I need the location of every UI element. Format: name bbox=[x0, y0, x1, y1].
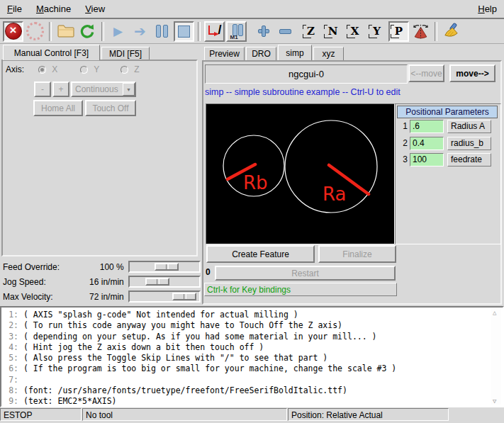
toggle-skip-lines-button[interactable]: / bbox=[204, 21, 225, 42]
axis-radio-x[interactable]: X bbox=[38, 64, 57, 74]
pause-button[interactable] bbox=[152, 21, 172, 42]
folder-icon bbox=[57, 24, 74, 38]
radio-y-icon bbox=[80, 66, 88, 74]
view-y-button[interactable]: Y bbox=[366, 21, 387, 42]
touch-off-button[interactable]: Touch Off bbox=[85, 100, 136, 116]
jog-plus-button[interactable]: + bbox=[52, 81, 69, 97]
run-button[interactable]: ▶ bbox=[108, 21, 128, 42]
menu-help[interactable]: Help bbox=[471, 0, 504, 18]
feed-override-row: Feed Override: 100 % bbox=[0, 259, 201, 274]
step-button[interactable]: ➔ bbox=[130, 21, 150, 42]
gcode-scrollbar[interactable]: △ ▽ bbox=[491, 309, 501, 405]
gcode-line[interactable]: 1:( AXIS "splash g-code" Not intended fo… bbox=[1, 310, 503, 320]
param-name-radius-a: Radius A bbox=[447, 120, 491, 133]
param-name-feedrate: feedrate bbox=[447, 153, 491, 167]
optional-stop-button[interactable]: M1 bbox=[226, 21, 247, 42]
combo-arrow-icon: ▼ bbox=[123, 83, 135, 96]
tab-manual-control[interactable]: Manual Control [F3] bbox=[3, 45, 100, 60]
axis-label: Axis: bbox=[6, 64, 24, 74]
view-x-icon: X bbox=[351, 25, 359, 38]
move-left-button[interactable]: <--move bbox=[408, 64, 444, 82]
tab-simp[interactable]: simp bbox=[278, 45, 312, 60]
gcode-line[interactable]: 9:(text: EMC2*5*AXIS) bbox=[1, 396, 503, 407]
view-z2-button[interactable]: N bbox=[323, 21, 343, 42]
view-z-button[interactable]: Z bbox=[301, 21, 321, 42]
main-area: Manual Control [F3] MDI [F5] Axis: X Y Z… bbox=[0, 44, 504, 306]
radio-x-icon bbox=[38, 66, 46, 74]
menu-file[interactable]: File bbox=[0, 0, 29, 18]
radius-b-label: Rb bbox=[243, 172, 268, 193]
gcode-line[interactable]: 3:( depending on your setup. As if you h… bbox=[1, 332, 503, 342]
skip-lines-icon: / bbox=[207, 23, 223, 39]
menubar: File Machine View Help bbox=[0, 0, 504, 19]
gcode-line[interactable]: 2:( To run this code anyway you might ha… bbox=[1, 320, 503, 331]
param-entry-radius-a[interactable]: .6 bbox=[410, 120, 444, 133]
slider-handle[interactable] bbox=[145, 278, 169, 286]
manual-control-panel: Manual Control [F3] MDI [F5] Axis: X Y Z… bbox=[0, 44, 201, 306]
rotate-icon bbox=[412, 23, 430, 40]
axis-radio-z[interactable]: Z bbox=[121, 64, 140, 74]
param-entry-feedrate[interactable]: 100 bbox=[410, 153, 444, 167]
stop-button[interactable] bbox=[174, 21, 194, 42]
gcode-listing[interactable]: 1:( AXIS "splash g-code" Not intended fo… bbox=[0, 306, 504, 407]
view-p-button[interactable]: P bbox=[388, 21, 409, 42]
subroutine-preview-canvas[interactable]: Rb Ra bbox=[206, 103, 395, 244]
scroll-down-icon[interactable]: ▽ bbox=[493, 397, 496, 405]
key-bindings-hint: Ctrl-k for Key bindings bbox=[204, 283, 397, 296]
gcode-line[interactable]: 4:( Hint jog the Z axis down a bit then … bbox=[1, 342, 503, 353]
param-entry-radius-b[interactable]: 0.4 bbox=[410, 137, 444, 150]
home-all-button[interactable]: Home All bbox=[33, 100, 83, 116]
finalize-button[interactable]: Finalize bbox=[318, 245, 396, 263]
tab-xyz[interactable]: xyz bbox=[313, 47, 344, 60]
jog-increment-combo[interactable]: Continuous ▼ bbox=[71, 81, 136, 97]
toolbar-separator bbox=[101, 22, 104, 41]
move-right-button[interactable]: move--> bbox=[449, 64, 495, 82]
menu-view[interactable]: View bbox=[78, 0, 112, 18]
stop-icon bbox=[178, 26, 190, 38]
jog-speed-label: Jog Speed: bbox=[0, 277, 79, 287]
statusbar: ESTOP No tool Position: Relative Actual bbox=[0, 407, 504, 423]
restart-button[interactable]: Restart bbox=[215, 266, 396, 281]
slider-handle[interactable] bbox=[155, 263, 179, 271]
tab-mdi[interactable]: MDI [F5] bbox=[101, 47, 150, 60]
step-icon: ➔ bbox=[134, 23, 146, 40]
ngcgui-title: ngcgui-0 bbox=[205, 64, 408, 84]
axis-radio-y[interactable]: Y bbox=[80, 64, 99, 74]
open-file-button[interactable] bbox=[55, 21, 76, 42]
zoom-out-button[interactable] bbox=[275, 21, 296, 42]
estop-button[interactable]: × bbox=[3, 21, 23, 42]
max-velocity-label: Max Velocity: bbox=[0, 292, 79, 302]
broom-icon bbox=[442, 23, 460, 40]
clear-plot-button[interactable] bbox=[441, 21, 461, 42]
gcode-line[interactable]: 5:( Also press the Toggle Skip Lines wit… bbox=[1, 353, 503, 363]
toolbar: × ▶ ➔ bbox=[0, 19, 504, 44]
toolbar-separator bbox=[435, 22, 437, 41]
max-velocity-slider[interactable] bbox=[128, 291, 201, 303]
machine-power-button[interactable] bbox=[25, 21, 45, 42]
gcode-line[interactable]: 6:( If the program is too big or small f… bbox=[1, 363, 503, 374]
jog-speed-slider[interactable] bbox=[128, 276, 201, 288]
tab-preview[interactable]: Preview bbox=[204, 47, 245, 60]
radius-a-label: Ra bbox=[323, 184, 346, 205]
pause-icon bbox=[156, 25, 168, 38]
gcode-line[interactable]: 7: bbox=[1, 375, 503, 385]
menu-machine[interactable]: Machine bbox=[29, 0, 78, 18]
zoom-in-button[interactable] bbox=[253, 21, 274, 42]
rotate-view-button[interactable] bbox=[410, 21, 431, 42]
jog-minus-button[interactable]: - bbox=[34, 81, 51, 97]
gcode-line[interactable]: 8:(font: /usr/share/fonts/truetype/freef… bbox=[1, 385, 503, 396]
scroll-up-icon[interactable]: △ bbox=[493, 309, 496, 316]
tab-dro[interactable]: DRO bbox=[246, 47, 276, 60]
slider-handle[interactable] bbox=[172, 293, 196, 300]
reload-icon bbox=[79, 23, 96, 40]
radio-z-icon bbox=[121, 66, 128, 74]
view-z2-icon: N bbox=[328, 25, 338, 38]
param-name-radius-b: radius_b bbox=[447, 137, 491, 150]
reload-button[interactable] bbox=[77, 21, 98, 42]
feed-override-slider[interactable] bbox=[128, 261, 201, 273]
feed-override-value: 100 % bbox=[79, 262, 128, 272]
create-feature-button[interactable]: Create Feature bbox=[206, 245, 315, 263]
optional-stop-icon: M1 bbox=[230, 24, 244, 38]
jog-speed-value: 16 in/min bbox=[79, 277, 128, 287]
view-x-button[interactable]: X bbox=[345, 21, 365, 42]
